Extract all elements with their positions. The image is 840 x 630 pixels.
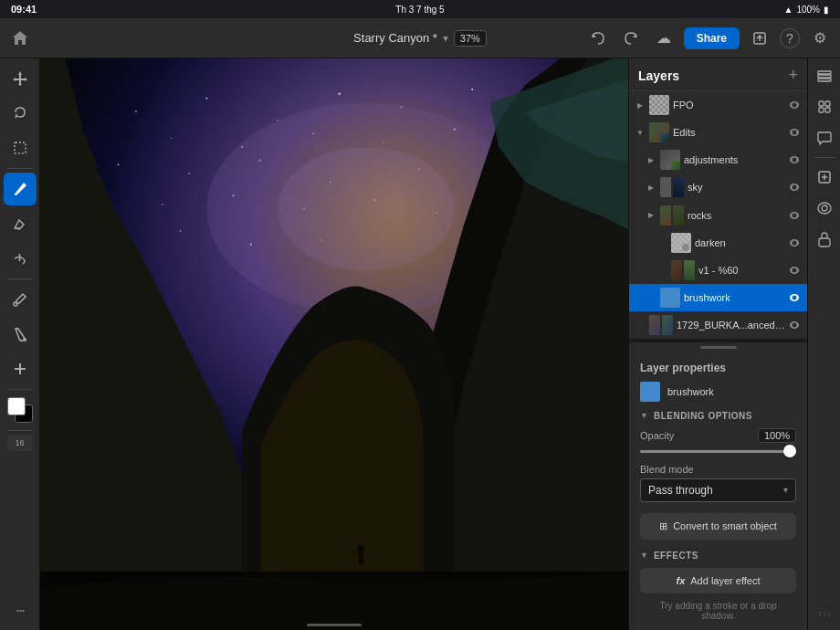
lock-button[interactable] (811, 226, 838, 253)
blending-label: BLENDING OPTIONS (654, 411, 752, 421)
battery-icon: ▮ (824, 5, 829, 15)
layer-expand-edits[interactable]: ▼ (635, 127, 646, 138)
doc-title[interactable]: Starry Canyon * (353, 31, 437, 45)
redo-button[interactable] (618, 26, 644, 51)
blending-options-header[interactable]: ▼ BLENDING OPTIONS (640, 411, 796, 421)
move-tool[interactable] (4, 62, 37, 95)
layer-eye-v1[interactable] (787, 263, 802, 278)
layer-eye-darken[interactable] (787, 236, 802, 250)
hint-text: Try adding a stroke or a drop shadow. (640, 601, 796, 621)
blend-mode-label: Blend mode (640, 464, 796, 475)
layer-eye-fpo[interactable] (787, 98, 802, 112)
doc-title-arrow[interactable]: ▾ (443, 32, 448, 45)
svg-point-58 (793, 240, 797, 245)
layer-item-photo[interactable]: ▶ 1729_BURKA...anced-NR33 (629, 311, 807, 339)
right-separator (814, 157, 835, 158)
layer-item-v1[interactable]: ▶ v1 - %60 (629, 257, 807, 284)
svg-point-46 (357, 545, 364, 552)
blending-toggle[interactable]: ▼ (640, 411, 648, 420)
eyedropper-tool[interactable] (4, 283, 37, 316)
color-swatches[interactable] (5, 395, 35, 425)
properties-layer-name-row: brushwork (640, 382, 796, 402)
brush-size[interactable]: 16 (7, 435, 33, 451)
right-panel: Layers + ▶ FPO ▼ Edits ▶ (628, 58, 807, 630)
layer-item-adjustments[interactable]: ▶ adjustments (629, 146, 807, 173)
opacity-value[interactable]: 100% (758, 428, 796, 443)
battery-label: 100% (796, 5, 820, 15)
svg-point-50 (793, 131, 797, 135)
lasso-tool[interactable] (4, 97, 37, 130)
layer-expand-adjustments[interactable]: ▶ (646, 154, 656, 165)
layer-eye-edits[interactable] (787, 125, 802, 140)
layer-expand-sky[interactable]: ▶ (646, 182, 656, 193)
svg-rect-45 (359, 551, 363, 565)
opacity-label: Opacity (640, 430, 674, 441)
effects-header[interactable]: ▼ EFFECTS (640, 551, 796, 561)
layer-name-v1: v1 - %60 (698, 265, 787, 276)
layer-expand-rocks[interactable]: ▶ (646, 210, 656, 221)
layer-item-darken[interactable]: ▶ darken (629, 229, 807, 257)
more-tools-button[interactable]: ··· (4, 593, 37, 626)
properties-layer-thumb (640, 382, 660, 402)
slider-thumb[interactable] (783, 445, 796, 457)
brush-tool[interactable] (4, 173, 37, 205)
visibility-button[interactable] (811, 194, 838, 222)
layer-name-photo: 1729_BURKA...anced-NR33 (677, 320, 787, 331)
layer-item-fpo[interactable]: ▶ FPO (629, 91, 807, 119)
help-button[interactable]: ? (780, 28, 800, 48)
settings-button[interactable]: ⚙ (807, 26, 833, 51)
fx-icon: fx (676, 575, 685, 586)
blend-mode-select[interactable]: Pass through ▾ (640, 478, 796, 502)
cloud-button[interactable]: ☁ (651, 26, 677, 51)
add-layer-button[interactable]: + (788, 66, 798, 85)
layer-eye-photo[interactable] (787, 318, 802, 332)
layer-thumb-edits (649, 122, 669, 142)
export-button[interactable] (747, 26, 772, 51)
svg-point-56 (793, 213, 797, 217)
effects-label: EFFECTS (654, 551, 698, 561)
wifi-icon: ▲ (784, 5, 793, 15)
layer-item-sky[interactable]: ▶ sky (629, 173, 807, 201)
layer-item-edits[interactable]: ▼ Edits (629, 119, 807, 146)
layer-item-rocks[interactable]: ▶ rocks (629, 202, 807, 229)
healing-tool[interactable] (4, 352, 37, 385)
zoom-level[interactable]: 37% (454, 30, 487, 47)
layers-panel-button[interactable] (811, 62, 838, 89)
slider-fill (640, 450, 796, 453)
more-right-button[interactable]: ⋮⋮⋮ (811, 599, 838, 626)
comments-button[interactable] (811, 124, 838, 152)
layer-eye-rocks[interactable] (787, 208, 802, 223)
svg-rect-75 (819, 238, 830, 247)
layer-eye-brushwork[interactable] (787, 290, 802, 305)
layer-name-darken: darken (695, 237, 787, 248)
home-button[interactable] (7, 26, 33, 51)
layer-eye-sky[interactable] (787, 180, 802, 194)
selection-tool[interactable] (4, 131, 37, 164)
share-button[interactable]: Share (684, 27, 740, 49)
layer-eye-adjustments[interactable] (787, 152, 802, 167)
convert-smart-object-button[interactable]: ⊞ Convert to smart object (640, 513, 796, 540)
layer-name-brushwork: brushwork (684, 292, 787, 303)
undo-button[interactable] (585, 26, 611, 51)
opacity-slider[interactable] (640, 450, 796, 453)
fill-tool[interactable] (4, 318, 37, 351)
opacity-row: Opacity 100% (640, 428, 796, 443)
tool-separator-2 (7, 278, 33, 279)
layer-thumb-fpo (649, 95, 669, 115)
add-effect-button[interactable]: fx Add layer effect (640, 568, 796, 593)
eraser-tool[interactable] (4, 207, 37, 240)
layer-name-edits: Edits (673, 127, 787, 138)
canvas-area[interactable] (40, 58, 628, 630)
layer-item-brushwork[interactable]: ▶ brushwork (629, 284, 807, 311)
drag-handle[interactable] (629, 342, 807, 352)
add-layer-right-button[interactable] (811, 163, 838, 191)
layer-name-rocks: rocks (688, 210, 787, 221)
properties-panel-button[interactable] (811, 93, 838, 121)
app-bar: Starry Canyon * ▾ 37% ☁ Share ? ⚙ (0, 18, 840, 58)
smudge-tool[interactable] (4, 242, 37, 275)
svg-point-3 (14, 302, 17, 306)
effects-toggle[interactable]: ▼ (640, 551, 648, 560)
layer-expand-fpo[interactable]: ▶ (635, 100, 646, 110)
properties-layer-name: brushwork (667, 386, 714, 397)
svg-rect-1 (15, 142, 26, 153)
